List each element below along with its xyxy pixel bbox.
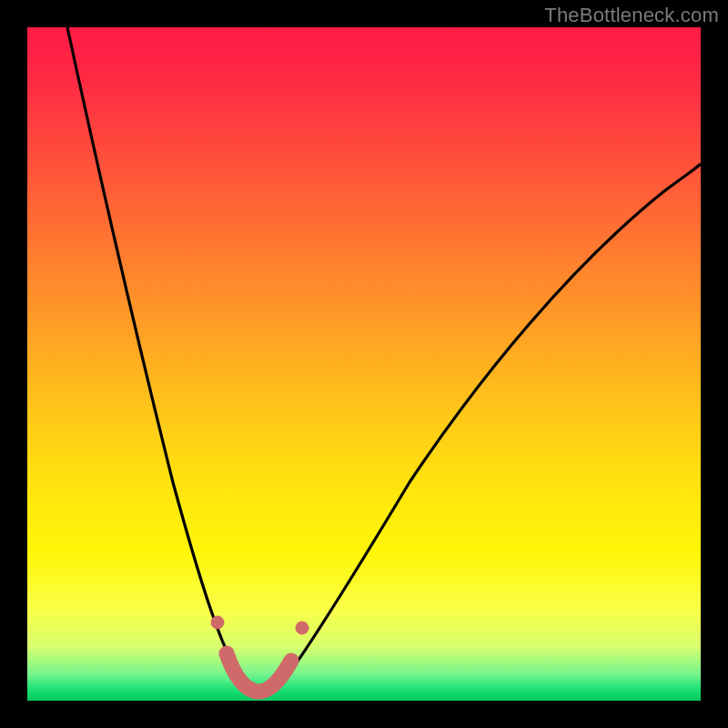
bottleneck-curve	[67, 27, 701, 694]
watermark-text: TheBottleneck.com	[544, 4, 719, 27]
valley-highlight	[211, 616, 308, 692]
plot-area	[27, 27, 701, 701]
svg-point-0	[211, 616, 224, 629]
curve-svg	[27, 27, 701, 701]
outer-frame: TheBottleneck.com	[0, 0, 728, 728]
svg-point-1	[296, 622, 308, 634]
